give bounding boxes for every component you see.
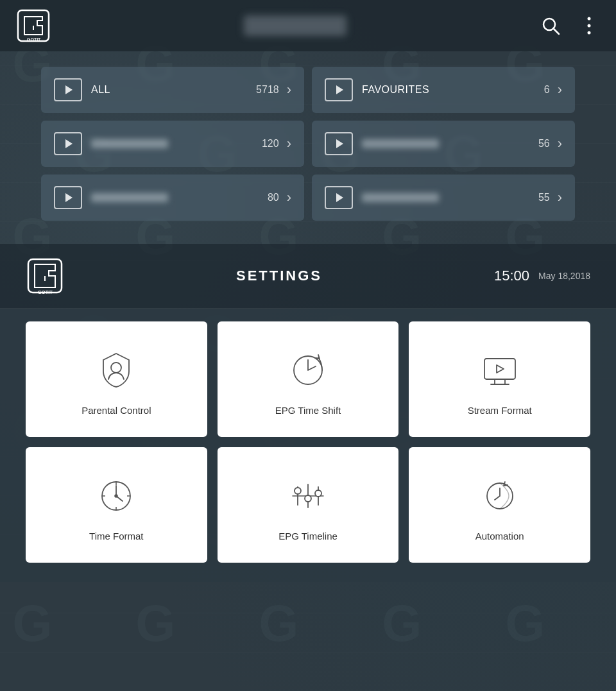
settings-date: May 18,2018: [538, 271, 590, 281]
play-icon: [325, 186, 353, 209]
channel-card-blurred-3[interactable]: 80 ›: [41, 175, 304, 221]
play-triangle: [336, 193, 343, 202]
stream-format-label: Stream Format: [468, 405, 532, 416]
epg-timeline-label: EPG Timeline: [278, 531, 338, 542]
channel-info: [91, 139, 262, 148]
channel-info: FAVOURITES: [362, 84, 544, 96]
settings-time: 15:00: [494, 268, 529, 284]
header-right: [539, 14, 601, 37]
channel-count: 55: [538, 192, 550, 203]
svg-point-25: [295, 488, 301, 494]
play-icon: [325, 78, 353, 101]
svg-point-4: [588, 17, 591, 21]
logo-area: GOTIT: [15, 8, 51, 44]
channel-card-blurred-1[interactable]: 120 ›: [41, 121, 304, 167]
svg-point-9: [111, 363, 121, 373]
channel-count: 56: [538, 138, 550, 149]
gotit-logo-settings: GOTIT: [26, 257, 64, 295]
settings-card-stream-format[interactable]: Stream Format: [409, 321, 590, 437]
svg-point-5: [588, 24, 591, 28]
channel-card-favourites[interactable]: FAVOURITES 6 ›: [312, 67, 575, 113]
settings-card-time-format[interactable]: Time Format: [26, 447, 207, 563]
channel-arrow: ›: [558, 135, 562, 152]
time-format-icon: [93, 473, 139, 519]
channel-info: ALL: [91, 84, 256, 96]
settings-title: SETTINGS: [236, 268, 322, 284]
channel-name-blurred: [91, 139, 168, 148]
gotit-logo: GOTIT: [15, 8, 51, 44]
svg-point-16: [115, 495, 117, 497]
automation-icon: [477, 473, 523, 519]
channel-name: FAVOURITES: [362, 84, 429, 96]
settings-section: GOTIT SETTINGS 15:00 May 18,2018: [0, 244, 616, 582]
channel-card-all[interactable]: ALL 5718 ›: [41, 67, 304, 113]
settings-card-parental-control[interactable]: Parental Control: [26, 321, 207, 437]
search-button[interactable]: [539, 14, 562, 37]
channel-info: [362, 139, 538, 148]
channel-name-blurred: [362, 139, 439, 148]
settings-datetime: 15:00 May 18,2018: [494, 268, 590, 284]
settings-grid: Parental Control EPG Time Shift: [0, 309, 616, 582]
settings-header: GOTIT SETTINGS 15:00 May 18,2018: [0, 244, 616, 309]
channel-card-blurred-2[interactable]: 56 ›: [312, 121, 575, 167]
channel-count: 80: [268, 192, 279, 203]
stream-format-icon: [477, 347, 523, 393]
channel-count: 120: [262, 138, 279, 149]
svg-point-27: [315, 490, 321, 497]
channel-count: 6: [544, 84, 550, 96]
channel-info: [362, 193, 538, 202]
epg-timeline-icon: [285, 473, 331, 519]
settings-card-epg-time-shift[interactable]: EPG Time Shift: [218, 321, 399, 437]
channel-arrow: ›: [287, 135, 291, 152]
svg-point-6: [588, 31, 591, 35]
channel-arrow: ›: [558, 189, 562, 206]
play-triangle: [336, 139, 343, 148]
channel-card-blurred-4[interactable]: 55 ›: [312, 175, 575, 221]
play-triangle: [65, 193, 73, 202]
automation-label: Automation: [475, 531, 524, 542]
header-center: [51, 15, 539, 36]
time-format-label: Time Format: [89, 531, 143, 542]
epg-time-shift-icon: [285, 347, 331, 393]
svg-point-26: [305, 495, 311, 502]
svg-rect-11: [484, 359, 515, 379]
channel-name: ALL: [91, 84, 110, 96]
play-icon: [54, 78, 82, 101]
play-icon: [325, 132, 353, 155]
svg-text:GOTIT: GOTIT: [27, 37, 41, 42]
channel-arrow: ›: [287, 189, 291, 206]
parental-control-label: Parental Control: [81, 405, 151, 416]
svg-line-3: [554, 29, 560, 35]
channel-arrow: ›: [287, 81, 291, 98]
channel-name-blurred: [362, 193, 439, 202]
svg-text:GOTIT: GOTIT: [38, 289, 53, 295]
play-icon: [54, 186, 82, 209]
play-triangle: [65, 85, 73, 94]
app-header: GOTIT: [0, 0, 616, 51]
play-icon: [54, 132, 82, 155]
channel-name-blurred: [91, 193, 168, 202]
play-triangle: [336, 85, 343, 94]
channel-info: [91, 193, 268, 202]
epg-time-shift-label: EPG Time Shift: [275, 405, 341, 416]
more-options-button[interactable]: [578, 14, 601, 37]
channel-arrow: ›: [558, 81, 562, 98]
header-title: [244, 15, 346, 36]
settings-card-epg-timeline[interactable]: EPG Timeline: [218, 447, 399, 563]
settings-logo: GOTIT: [26, 257, 64, 295]
parental-control-icon: [93, 347, 139, 393]
settings-card-automation[interactable]: Automation: [409, 447, 590, 563]
channel-count: 5718: [256, 84, 279, 96]
channels-section: ALL 5718 › FAVOURITES 6 › 120 ›: [0, 51, 616, 231]
play-triangle: [65, 139, 73, 148]
